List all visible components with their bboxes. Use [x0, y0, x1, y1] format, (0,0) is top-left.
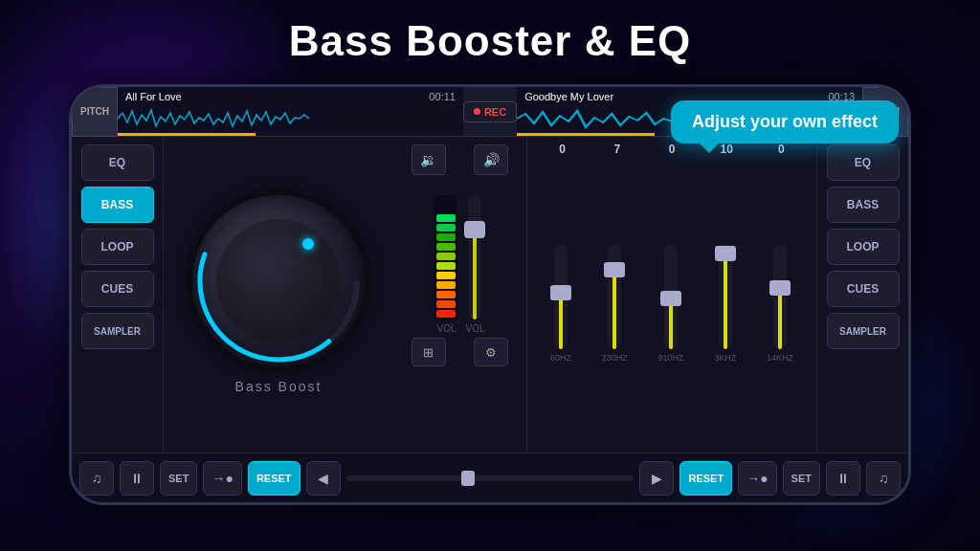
eq-faders-row: 60HZ 230HZ: [535, 160, 809, 447]
rec-dot: [474, 108, 480, 115]
eq-val-2: 0: [655, 143, 689, 156]
cues-left-button[interactable]: CUES: [81, 271, 154, 307]
bass-right-button[interactable]: BASS: [827, 187, 900, 223]
track-left-label: All For Love: [125, 91, 182, 102]
eq-track-2[interactable]: [664, 244, 678, 349]
eq-right-button[interactable]: EQ: [827, 144, 900, 181]
eq-freq-4: 14KHZ: [767, 353, 793, 363]
vol-bottom-icons: ⊞ ⚙: [397, 338, 523, 366]
vol-left-label: VOL: [436, 323, 456, 334]
pause-left-button[interactable]: ⏸: [120, 461, 154, 496]
pitch-left-button[interactable]: PITCH: [72, 87, 118, 137]
eq-freq-1: 230HZ: [602, 353, 628, 363]
eq-handle-4[interactable]: [769, 280, 791, 296]
set-left-button[interactable]: SET: [160, 461, 197, 496]
track-left-time: 00:11: [429, 91, 456, 102]
main-content: EQ BASS LOOP CUES SAMPLER: [72, 137, 908, 452]
progress-thumb[interactable]: [461, 471, 475, 486]
eq-fader-60hz: 60HZ: [550, 244, 571, 363]
eq-fill-1: [612, 274, 616, 349]
bass-left-button[interactable]: BASS: [81, 187, 154, 223]
eq-track-4[interactable]: [773, 244, 787, 349]
fader-handle-right[interactable]: [464, 221, 485, 238]
eq-area: 0 7 0 10 0 60HZ: [527, 137, 816, 452]
track-right-label: Goodbye My Lover: [524, 91, 613, 102]
next-button[interactable]: ▶: [639, 461, 674, 496]
knob-inner: [216, 219, 341, 343]
eq-fader-910hz: 910HZ: [657, 244, 683, 363]
music-note-left-icon: ♫: [92, 471, 102, 486]
eq-freq-0: 60HZ: [550, 353, 571, 363]
eq-track-1[interactable]: [608, 244, 621, 349]
eq-fill-0: [559, 297, 563, 349]
vol-right-label: VOL: [465, 323, 484, 334]
knob-area: Bass Boost: [164, 137, 393, 452]
eq-fill-3: [724, 256, 727, 349]
eq-handle-0[interactable]: [550, 285, 571, 300]
vol-right-icon-button[interactable]: 🔊: [474, 144, 508, 175]
prev-button[interactable]: ◀: [306, 461, 341, 496]
eq-val-4: 0: [764, 143, 798, 156]
set-right-button[interactable]: SET: [783, 461, 820, 496]
tooltip-text: Adjust your own effect: [692, 112, 878, 131]
eq-fader-14khz: 14KHZ: [767, 244, 793, 363]
settings-icon: ⚙: [485, 345, 497, 360]
speaker-right-icon: 🔊: [483, 152, 500, 167]
reset-right-button[interactable]: RESET: [679, 461, 732, 496]
eq-freq-3: 3KHZ: [714, 353, 736, 363]
music-note-right-icon: ♫: [879, 471, 889, 486]
bass-boost-label: Bass Boost: [235, 379, 323, 394]
pause-left-icon: ⏸: [130, 471, 144, 486]
sampler-right-button[interactable]: SAMPLER: [827, 313, 900, 349]
eq-fader-230hz: 230HZ: [602, 244, 628, 363]
eq-handle-1[interactable]: [604, 262, 625, 277]
reset-left-button[interactable]: RESET: [248, 461, 301, 496]
next-left-button[interactable]: →●: [203, 461, 241, 496]
pause-right-button[interactable]: ⏸: [826, 461, 860, 496]
eq-handle-2[interactable]: [660, 291, 681, 306]
knob-indicator: [302, 238, 314, 250]
vol-faders: VOL VOL: [434, 181, 484, 334]
vol-fader-right: VOL: [465, 195, 484, 334]
progress-track[interactable]: [346, 475, 635, 481]
loop-right-button[interactable]: LOOP: [827, 229, 900, 265]
right-panel: EQ BASS LOOP CUES SAMPLER: [816, 137, 908, 452]
music-note-right-button[interactable]: ♫: [866, 461, 901, 496]
eq-val-1: 7: [600, 143, 635, 156]
next-icon: ▶: [652, 471, 662, 486]
vol-fader-left: VOL: [434, 195, 457, 334]
loop-left-button[interactable]: LOOP: [81, 229, 154, 265]
progress-line-left: [118, 133, 463, 136]
phone-interior: PITCH All For Love 00:11 REC Goodbye My …: [72, 87, 908, 502]
eq-track-0[interactable]: [554, 244, 568, 349]
next-right-icon: →●: [746, 471, 768, 486]
eq-values-row: 0 7 0 10 0: [535, 143, 809, 156]
eq-freq-2: 910HZ: [657, 353, 683, 363]
eq-fader-3khz: 3KHZ: [714, 244, 736, 363]
music-note-left-button[interactable]: ♫: [79, 461, 114, 496]
phone-frame: PITCH All For Love 00:11 REC Goodbye My …: [69, 84, 911, 505]
cues-right-button[interactable]: CUES: [827, 271, 900, 307]
vol-left-icon-button[interactable]: 🔉: [412, 144, 446, 175]
speaker-left-icon: 🔉: [420, 152, 436, 167]
pause-right-icon: ⏸: [836, 471, 850, 486]
eq-val-0: 0: [546, 143, 580, 156]
grid-icon: ⊞: [423, 345, 434, 360]
level-meter-left: [434, 195, 457, 320]
eq-left-button[interactable]: EQ: [81, 144, 154, 181]
fader-track-right[interactable]: [468, 195, 481, 320]
settings-icon-button[interactable]: ⚙: [474, 338, 508, 366]
fader-fill: [473, 233, 477, 320]
page-title: Bass Booster & EQ: [0, 17, 980, 65]
eq-track-3[interactable]: [719, 244, 732, 349]
sampler-left-button[interactable]: SAMPLER: [81, 313, 154, 349]
next-right-button[interactable]: →●: [738, 461, 776, 496]
rec-button[interactable]: REC: [463, 101, 517, 122]
grid-icon-button[interactable]: ⊞: [412, 338, 446, 366]
eq-fill-4: [778, 292, 782, 350]
eq-handle-3[interactable]: [715, 246, 736, 261]
bass-knob[interactable]: [192, 195, 365, 367]
knob-outer: [192, 195, 365, 367]
volume-area: 🔉 🔊: [393, 137, 527, 452]
tooltip-bubble: Adjust your own effect: [671, 100, 899, 143]
